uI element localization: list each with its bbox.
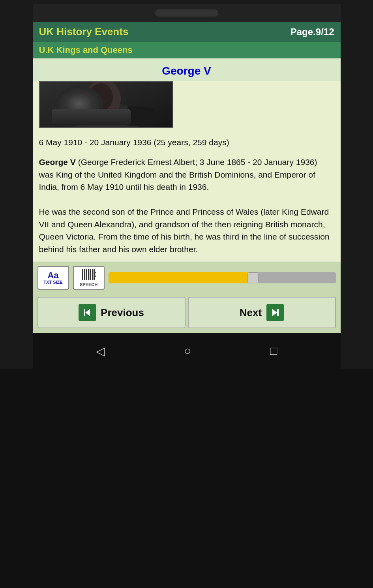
phone-nav-bar: ◁ ○ □ (33, 333, 341, 369)
monarch-dates: 6 May 1910 - 20 January 1936 (25 years, … (33, 132, 341, 156)
slider-track (109, 272, 336, 283)
previous-icon (79, 304, 96, 321)
speech-button[interactable]: SPEECH (73, 266, 105, 290)
app-title: UK History Events (39, 26, 129, 38)
app-container: UK History Events Page.9/12 U.K Kings an… (33, 22, 341, 333)
header-bar: UK History Events Page.9/12 (33, 22, 341, 42)
description-para2: He was the second son of the Prince and … (39, 206, 334, 255)
description-full-name: (George Frederick Ernest Albert; 3 June … (39, 157, 317, 191)
previous-label: Previous (101, 307, 144, 319)
svg-rect-14 (92, 269, 93, 280)
svg-rect-5 (89, 111, 117, 119)
home-icon[interactable]: ○ (184, 344, 191, 358)
bottom-bar (0, 369, 373, 588)
svg-marker-19 (272, 309, 277, 316)
page-indicator: Page.9/12 (291, 26, 334, 37)
nav-buttons: Previous Next (33, 294, 341, 333)
svg-point-6 (101, 111, 105, 115)
speaker-icon (82, 269, 96, 282)
svg-marker-17 (85, 309, 90, 316)
next-button[interactable]: Next (188, 297, 336, 328)
toolbar: Aa TXT SIZE SPEECH (33, 262, 341, 294)
svg-rect-12 (88, 269, 89, 280)
svg-rect-10 (84, 269, 85, 280)
content-area: George V (33, 58, 341, 262)
sub-header-title: U.K Kings and Queens (39, 45, 133, 55)
svg-point-4 (89, 83, 113, 111)
previous-button[interactable]: Previous (37, 297, 186, 328)
svg-rect-9 (82, 269, 83, 280)
phone-top-bar (33, 4, 341, 22)
monarch-title: George V (33, 58, 341, 81)
slider-thumb (247, 272, 259, 283)
next-label: Next (240, 307, 262, 319)
svg-rect-18 (277, 309, 279, 316)
monarch-description: George V (George Frederick Ernest Albert… (33, 156, 341, 262)
svg-rect-16 (84, 309, 85, 316)
txt-size-button[interactable]: Aa TXT SIZE (37, 266, 69, 290)
description-bold: George V (39, 157, 76, 167)
recents-icon[interactable]: □ (270, 344, 277, 358)
svg-rect-7 (58, 107, 84, 128)
txt-size-label: TXT SIZE (43, 280, 62, 285)
svg-rect-15 (94, 269, 95, 280)
monarch-image-container (33, 81, 341, 132)
txt-size-aa: Aa (47, 271, 58, 280)
monarch-image (39, 81, 173, 128)
next-icon (266, 304, 284, 321)
speech-label: SPEECH (80, 282, 97, 287)
speech-rate-slider[interactable] (109, 270, 336, 286)
svg-rect-8 (126, 106, 155, 128)
svg-rect-13 (90, 269, 91, 280)
svg-rect-11 (86, 269, 87, 280)
sub-header-bar: U.K Kings and Queens (33, 42, 341, 58)
back-icon[interactable]: ◁ (96, 344, 105, 358)
phone-notch (155, 9, 218, 17)
